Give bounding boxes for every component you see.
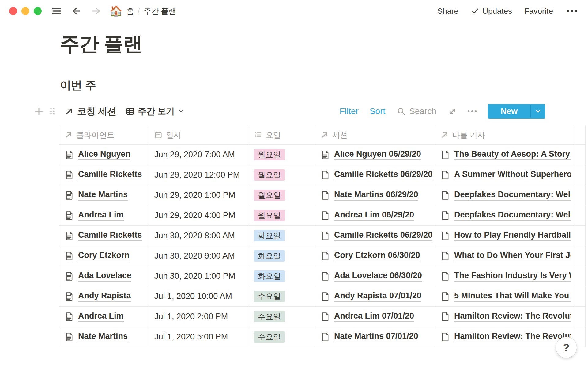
day-cell[interactable]: 화요일 — [248, 226, 315, 246]
session-page-link[interactable]: Camille Ricketts 06/29/20 — [321, 170, 432, 180]
day-cell[interactable]: 월요일 — [248, 145, 315, 165]
client-cell[interactable]: Ada Lovelace — [59, 266, 149, 286]
session-page-link[interactable]: Alice Nguyen 06/29/20 — [321, 149, 421, 160]
datetime-cell[interactable]: Jun 30, 2020 9:00 AM — [149, 246, 248, 266]
client-page-link[interactable]: Camille Ricketts — [65, 170, 142, 180]
datetime-cell[interactable]: Jun 29, 2020 4:00 PM — [149, 205, 248, 225]
day-cell[interactable]: 수요일 — [248, 327, 315, 347]
article-cell[interactable]: The Fashion Industry Is Very White — [435, 266, 574, 286]
article-page-link[interactable]: Deepfakes Documentary: Welcome — [441, 190, 571, 201]
article-cell[interactable]: Hamilton Review: The Revolution, — [435, 327, 574, 347]
client-cell[interactable]: Andy Rapista — [59, 286, 149, 306]
article-page-link[interactable]: The Fashion Industry Is Very White — [441, 271, 571, 282]
session-page-link[interactable]: Nate Martins 06/29/20 — [321, 190, 418, 201]
article-page-link[interactable]: What to Do When Your First Job Is — [441, 251, 571, 261]
session-cell[interactable]: Camille Ricketts 06/29/20 — [315, 165, 435, 185]
article-cell[interactable]: Deepfakes Documentary: Welcome — [435, 205, 574, 225]
column-header-session[interactable]: 세션 — [315, 125, 435, 144]
article-cell[interactable]: What to Do When Your First Job Is — [435, 246, 574, 266]
session-page-link[interactable]: Camille Ricketts 06/29/20 — [321, 230, 432, 241]
column-header-client[interactable]: 클라이언트 — [59, 125, 149, 144]
client-cell[interactable]: Andrea Lim — [59, 307, 149, 327]
datetime-cell[interactable]: Jul 1, 2020 5:00 PM — [149, 327, 248, 347]
column-header-articles[interactable]: 다룰 기사 — [435, 125, 574, 144]
day-cell[interactable]: 화요일 — [248, 246, 315, 266]
minimize-window-button[interactable] — [21, 7, 29, 15]
session-page-link[interactable]: Andy Rapista 07/01/20 — [321, 291, 421, 302]
client-page-link[interactable]: Andy Rapista — [65, 291, 131, 302]
article-page-link[interactable]: The Beauty of Aesop: A Story of U — [441, 149, 571, 160]
client-page-link[interactable]: Alice Nguyen — [65, 149, 130, 160]
share-button[interactable]: Share — [437, 6, 458, 16]
article-cell[interactable]: The Beauty of Aesop: A Story of U — [435, 145, 574, 165]
session-cell[interactable]: Cory Etzkorn 06/30/20 — [315, 246, 435, 266]
session-page-link[interactable]: Andrea Lim 06/29/20 — [321, 210, 414, 221]
client-cell[interactable]: Cory Etzkorn — [59, 246, 149, 266]
close-window-button[interactable] — [9, 7, 17, 15]
client-page-link[interactable]: Camille Ricketts — [65, 230, 142, 241]
new-dropdown-chevron-icon[interactable] — [531, 104, 545, 119]
column-header-datetime[interactable]: 일시 — [149, 125, 248, 144]
article-cell[interactable]: Deepfakes Documentary: Welcome — [435, 185, 574, 205]
session-page-link[interactable]: Andrea Lim 07/01/20 — [321, 311, 414, 322]
datetime-cell[interactable]: Jul 1, 2020 2:00 PM — [149, 307, 248, 327]
client-cell[interactable]: Nate Martins — [59, 327, 149, 347]
session-cell[interactable]: Ada Lovelace 06/30/20 — [315, 266, 435, 286]
datetime-cell[interactable]: Jun 29, 2020 7:00 AM — [149, 145, 248, 165]
client-cell[interactable]: Camille Ricketts — [59, 226, 149, 246]
datetime-cell[interactable]: Jun 30, 2020 1:00 PM — [149, 266, 248, 286]
session-page-link[interactable]: Cory Etzkorn 06/30/20 — [321, 251, 420, 261]
article-page-link[interactable]: Deepfakes Documentary: Welcome — [441, 210, 571, 221]
client-cell[interactable]: Alice Nguyen — [59, 145, 149, 165]
article-cell[interactable]: 5 MInutes That Will Make You Fall — [435, 286, 574, 306]
new-button-label[interactable]: New — [488, 104, 530, 119]
day-cell[interactable]: 월요일 — [248, 185, 315, 205]
drag-handle-icon[interactable] — [48, 107, 57, 116]
article-cell[interactable]: A Summer Without Superheroes — [435, 165, 574, 185]
session-cell[interactable]: Camille Ricketts 06/29/20 — [315, 226, 435, 246]
session-cell[interactable]: Nate Martins 07/01/20 — [315, 327, 435, 347]
collection-more-icon[interactable] — [466, 107, 479, 116]
session-cell[interactable]: Nate Martins 06/29/20 — [315, 185, 435, 205]
session-cell[interactable]: Andrea Lim 07/01/20 — [315, 307, 435, 327]
datetime-cell[interactable]: Jun 29, 2020 1:00 PM — [149, 185, 248, 205]
filter-button[interactable]: Filter — [340, 106, 359, 116]
zoom-window-button[interactable] — [34, 7, 42, 15]
favorite-button[interactable]: Favorite — [524, 6, 553, 16]
view-switcher[interactable]: 주간 보기 — [126, 105, 184, 117]
client-page-link[interactable]: Ada Lovelace — [65, 271, 131, 282]
add-block-icon[interactable] — [34, 107, 43, 116]
breadcrumb-current-page[interactable]: 주간 플랜 — [143, 6, 176, 16]
day-cell[interactable]: 수요일 — [248, 307, 315, 327]
search-button[interactable]: Search — [397, 106, 436, 116]
session-page-link[interactable]: Nate Martins 07/01/20 — [321, 332, 418, 342]
datetime-cell[interactable]: Jun 29, 2020 12:00 PM — [149, 165, 248, 185]
sidebar-menu-icon[interactable] — [51, 6, 62, 16]
session-cell[interactable]: Andrea Lim 06/29/20 — [315, 205, 435, 225]
article-page-link[interactable]: Hamilton Review: The Revolution, — [441, 332, 571, 342]
client-page-link[interactable]: Nate Martins — [65, 332, 128, 342]
updates-button[interactable]: Updates — [471, 6, 512, 16]
day-cell[interactable]: 화요일 — [248, 266, 315, 286]
more-options-icon[interactable] — [565, 6, 579, 16]
article-cell[interactable]: How to Play Friendly Hardball in a — [435, 226, 574, 246]
day-cell[interactable]: 월요일 — [248, 205, 315, 225]
column-header-day[interactable]: 요일 — [248, 125, 315, 144]
client-page-link[interactable]: Nate Martins — [65, 190, 128, 201]
session-page-link[interactable]: Ada Lovelace 06/30/20 — [321, 271, 422, 282]
help-button[interactable]: ? — [556, 337, 577, 358]
client-cell[interactable]: Camille Ricketts — [59, 165, 149, 185]
sort-button[interactable]: Sort — [370, 106, 385, 116]
client-cell[interactable]: Andrea Lim — [59, 205, 149, 225]
article-page-link[interactable]: How to Play Friendly Hardball in a — [441, 230, 571, 241]
client-page-link[interactable]: Andrea Lim — [65, 210, 124, 221]
session-cell[interactable]: Alice Nguyen 06/29/20 — [315, 145, 435, 165]
day-cell[interactable]: 월요일 — [248, 165, 315, 185]
breadcrumb-home[interactable]: 홈 — [126, 6, 134, 16]
expand-icon[interactable] — [448, 107, 457, 116]
day-cell[interactable]: 수요일 — [248, 286, 315, 306]
article-page-link[interactable]: Hamilton Review: The Revolution, — [441, 311, 571, 322]
new-button[interactable]: New — [488, 104, 545, 119]
article-page-link[interactable]: A Summer Without Superheroes — [441, 170, 571, 180]
client-page-link[interactable]: Cory Etzkorn — [65, 251, 130, 261]
